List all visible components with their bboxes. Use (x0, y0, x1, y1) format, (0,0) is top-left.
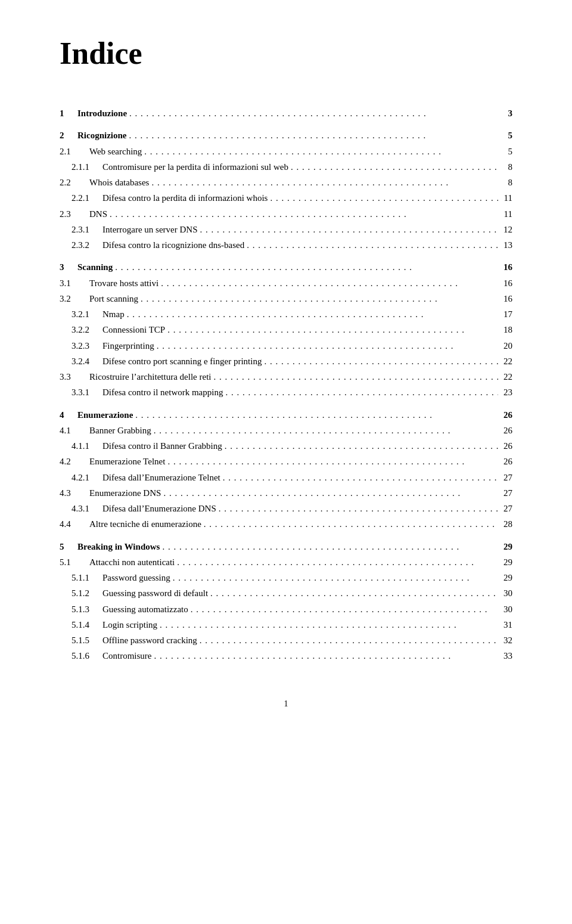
toc-label: Difesa contro il network mapping (102, 386, 223, 399)
toc-label: Contromisure per la perdita di informazi… (102, 160, 288, 174)
toc-label: Difesa dall’Enumerazione Telnet (102, 471, 220, 485)
toc-page: 28 (500, 517, 512, 531)
toc-page: 8 (500, 160, 512, 174)
toc-dots: . . . . . . . . . . . . . . . . . . . . … (191, 603, 498, 616)
toc-entry: 3.1Trovare hosts attivi. . . . . . . . .… (60, 277, 512, 290)
toc-page: 33 (500, 649, 512, 663)
toc-label: Whois databases (89, 176, 149, 190)
toc-page: 17 (500, 308, 512, 321)
toc-num: 4.1.1 (60, 439, 102, 453)
toc-dots: . . . . . . . . . . . . . . . . . . . . … (177, 556, 498, 569)
toc-dots: . . . . . . . . . . . . . . . . . . . . … (200, 634, 498, 647)
toc-num: 3.2.1 (60, 308, 102, 321)
toc-entry: 3.2.4Difese contro port scanning e finge… (60, 355, 512, 368)
toc-label: Ricostruire l’architettura delle reti (89, 370, 212, 384)
toc-dots: . . . . . . . . . . . . . . . . . . . . … (247, 238, 498, 252)
toc-dots: . . . . . . . . . . . . . . . . . . . . … (219, 502, 498, 516)
toc-label: Offline password cracking (102, 634, 197, 647)
toc-dots: . . . . . . . . . . . . . . . . . . . . … (154, 649, 499, 663)
toc-label: Introduzione (77, 107, 127, 120)
toc-page: 11 (500, 207, 512, 221)
toc-dots: . . . . . . . . . . . . . . . . . . . . … (210, 587, 498, 600)
toc-page: 13 (500, 238, 512, 252)
toc-num: 3.2 (60, 292, 89, 306)
toc-page: 18 (500, 323, 512, 337)
toc-entry: 3.2Port scanning. . . . . . . . . . . . … (60, 292, 512, 306)
toc-label: Connessioni TCP (102, 323, 165, 337)
toc-label: Ricognizione (77, 129, 127, 142)
toc-page: 5 (500, 129, 512, 142)
toc-num: 2.1 (60, 145, 89, 159)
toc-entry: 3.2.3Fingerprinting. . . . . . . . . . .… (60, 339, 512, 353)
toc-num: 3.2.4 (60, 355, 102, 368)
toc-dots: . . . . . . . . . . . . . . . . . . . . … (160, 618, 498, 632)
toc-dots: . . . . . . . . . . . . . . . . . . . . … (167, 455, 498, 469)
toc-label: Web searching (89, 145, 142, 159)
toc-entry: 5.1Attacchi non autenticati. . . . . . .… (60, 556, 512, 569)
toc-label: Enumerazione (77, 408, 133, 422)
toc-label: Breaking in Windows (77, 540, 160, 554)
toc-container: 1Introduzione. . . . . . . . . . . . . .… (60, 107, 512, 663)
toc-num: 5.1.5 (60, 634, 102, 647)
toc-num: 3.2.3 (60, 339, 102, 353)
toc-dots: . . . . . . . . . . . . . . . . . . . . … (154, 424, 498, 438)
toc-entry: 3Scanning. . . . . . . . . . . . . . . .… (60, 261, 512, 274)
toc-page: 22 (500, 355, 512, 368)
toc-num: 2 (60, 129, 77, 142)
toc-dots: . . . . . . . . . . . . . . . . . . . . … (225, 439, 498, 453)
toc-label: Attacchi non autenticati (89, 556, 175, 569)
toc-label: Port scanning (89, 292, 138, 306)
toc-page: 16 (500, 277, 512, 290)
toc-page: 23 (500, 386, 512, 399)
toc-num: 5.1.3 (60, 603, 102, 616)
toc-entry: 4.3.1Difesa dall’Enumerazione DNS. . . .… (60, 502, 512, 516)
toc-num: 3 (60, 261, 77, 274)
toc-page: 32 (500, 634, 512, 647)
toc-entry: 2.3DNS. . . . . . . . . . . . . . . . . … (60, 207, 512, 221)
toc-page: 30 (500, 587, 512, 600)
toc-label: Login scripting (102, 618, 157, 632)
toc-page: 16 (500, 261, 512, 274)
toc-label: Difesa contro la ricognizione dns-based (102, 238, 244, 252)
toc-entry: 5.1.1Password guessing. . . . . . . . . … (60, 571, 512, 585)
toc-page: 26 (500, 408, 512, 422)
toc-dots: . . . . . . . . . . . . . . . . . . . . … (270, 191, 498, 205)
toc-dots: . . . . . . . . . . . . . . . . . . . . … (144, 145, 498, 159)
toc-num: 4 (60, 408, 77, 422)
toc-entry: 3.3Ricostruire l’architettura delle reti… (60, 370, 512, 384)
toc-num: 4.3.1 (60, 502, 102, 516)
toc-page: 3 (500, 107, 512, 120)
toc-page: 27 (500, 471, 512, 485)
toc-entry: 2.1Web searching. . . . . . . . . . . . … (60, 145, 512, 159)
toc-page: 16 (500, 292, 512, 306)
toc-num: 3.3 (60, 370, 89, 384)
toc-dots: . . . . . . . . . . . . . . . . . . . . … (214, 370, 499, 384)
toc-dots: . . . . . . . . . . . . . . . . . . . . … (173, 571, 498, 585)
toc-page: 31 (500, 618, 512, 632)
toc-dots: . . . . . . . . . . . . . . . . . . . . … (264, 355, 498, 368)
toc-label: Difesa contro il Banner Grabbing (102, 439, 222, 453)
toc-label: Nmap (102, 308, 125, 321)
toc-num: 5 (60, 540, 77, 554)
toc-num: 4.1 (60, 424, 89, 438)
toc-entry: 4.1Banner Grabbing. . . . . . . . . . . … (60, 424, 512, 438)
toc-entry: 2Ricognizione. . . . . . . . . . . . . .… (60, 129, 512, 142)
toc-num: 2.2 (60, 176, 89, 190)
toc-label: DNS (89, 207, 107, 221)
toc-dots: . . . . . . . . . . . . . . . . . . . . … (161, 277, 498, 290)
toc-dots: . . . . . . . . . . . . . . . . . . . . … (135, 408, 498, 422)
toc-num: 2.3.1 (60, 223, 102, 237)
toc-label: Scanning (77, 261, 113, 274)
toc-dots: . . . . . . . . . . . . . . . . . . . . … (127, 308, 498, 321)
toc-label: Difesa dall’Enumerazione DNS (102, 502, 216, 516)
toc-page: 26 (500, 424, 512, 438)
toc-dots: . . . . . . . . . . . . . . . . . . . . … (151, 176, 498, 190)
toc-num: 5.1.6 (60, 649, 102, 663)
toc-page: 30 (500, 603, 512, 616)
toc-page: 27 (500, 502, 512, 516)
toc-label: Banner Grabbing (89, 424, 151, 438)
page-footer: 1 (60, 699, 512, 709)
toc-page: 8 (500, 176, 512, 190)
toc-dots: . . . . . . . . . . . . . . . . . . . . … (141, 292, 498, 306)
toc-label: Guessing password di default (102, 587, 208, 600)
